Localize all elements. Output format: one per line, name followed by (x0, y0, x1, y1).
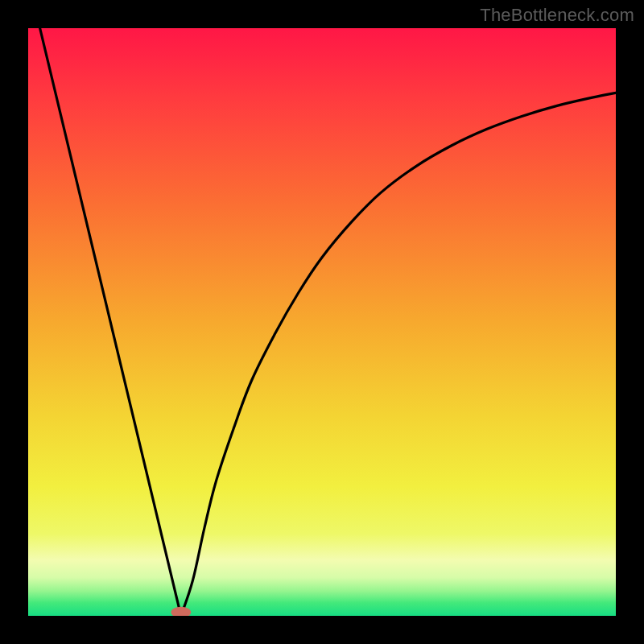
chart-frame: TheBottleneck.com (0, 0, 644, 644)
plot-svg (28, 28, 616, 616)
plot-area (28, 28, 616, 616)
watermark-text: TheBottleneck.com (480, 5, 634, 26)
gradient-background (28, 28, 616, 616)
